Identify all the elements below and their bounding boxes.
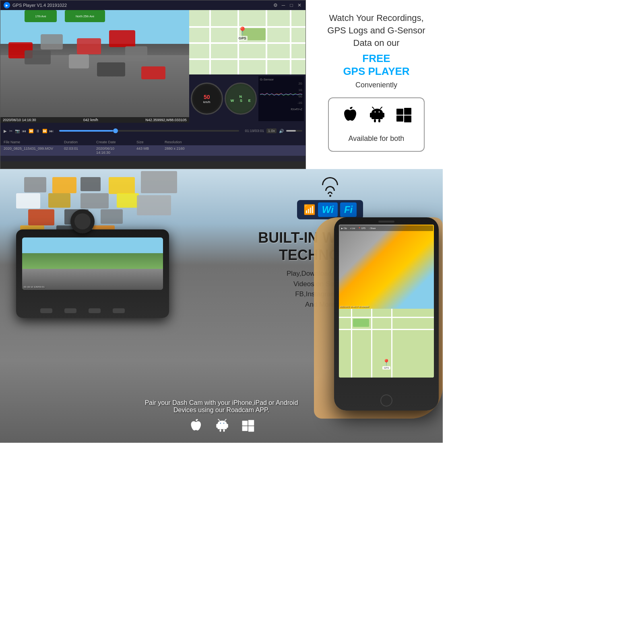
pause-button[interactable]: ⏸ [36, 129, 40, 133]
wifi-arc-large [322, 177, 338, 185]
wifi-dot [329, 195, 331, 197]
step-back-button[interactable]: ⏪ [29, 129, 33, 133]
right-info-panel: Watch Your Recordings,GPS Logs and G-Sen… [306, 0, 443, 169]
svg-rect-25 [242, 421, 248, 425]
g-axis-2g: 2G [299, 82, 302, 85]
dash-cam-device: 03-33:10 220/03:01 [8, 181, 177, 366]
phone-share-btn[interactable]: ↑ Share [369, 227, 376, 229]
compass-container: N WSE [225, 76, 257, 121]
player-titlebar: ▶ GPS Player V1.4 20191022 ⚙ ─ □ ✕ [0, 0, 305, 10]
gps-label: GPS [237, 36, 248, 41]
g-sensor-panel: G-Sensor 2G 1G 0G -1G [258, 76, 304, 121]
screenshot-button[interactable]: 📷 [15, 129, 20, 133]
phone-clip-btn[interactable]: ▶ Clip [341, 227, 347, 229]
device-timestamp: 03-33:10 220/03:01 [24, 286, 45, 288]
phone-home-button[interactable] [380, 394, 392, 407]
bottom-section: 03-33:10 220/03:01 📶 Wi Fi [0, 169, 443, 443]
svg-point-21 [220, 423, 221, 423]
svg-line-9 [372, 107, 374, 109]
phone-toolbar: ▶ Clip ≡ List 📍 GPS ↑ Share [340, 225, 433, 231]
phone-map-bottom: 📍 GPS [339, 309, 434, 378]
maximize-icon[interactable]: □ [289, 2, 294, 8]
conveniently-text: Conveniently [355, 81, 397, 89]
android-icon [368, 106, 386, 128]
settings-icon[interactable]: ⚙ [272, 2, 278, 8]
map-pin-icon: 📍 [237, 26, 248, 36]
svg-rect-13 [396, 116, 403, 122]
device-btn-ok[interactable] [89, 308, 101, 313]
phone-screen: ▶ Clip ≡ List 📍 GPS ↑ Share 2021/10/11 1… [339, 225, 434, 378]
col-header-date: Create Date [96, 140, 128, 144]
bottom-windows-icon [242, 419, 254, 434]
svg-rect-2 [372, 113, 383, 119]
gauges-row: 50 km/h N WSE [189, 74, 305, 123]
map-road [209, 10, 211, 74]
wifi-fi-label: Fi [340, 202, 357, 217]
svg-rect-6 [378, 119, 380, 122]
device-body: 03-33:10 220/03:01 [16, 229, 169, 318]
free-gps-title: FREEGPS PLAYER [343, 52, 409, 77]
file-table-row[interactable]: 2020_0825_115431_099.MOV 02:03:01 2020/0… [0, 145, 305, 156]
duration-cell: 02:03:01 [64, 147, 88, 155]
phone-mockup: ▶ Clip ≡ List 📍 GPS ↑ Share 2021/10/11 1… [306, 217, 443, 419]
svg-point-7 [375, 111, 376, 113]
file-name-cell: 2020_0825_115431_099.MOV [4, 147, 56, 155]
player-title-controls[interactable]: ⚙ ─ □ ✕ [272, 2, 302, 8]
playback-speed[interactable]: 1.0x [266, 128, 277, 133]
g-axis-1g: 1G [299, 89, 302, 91]
player-video-overlay: 2020/06/10 14:16:30 042 km/h N42.359992,… [0, 117, 189, 123]
phone-video-timestamp: 2021/10/11 15:46:17 60.80KM/H [340, 305, 369, 308]
map-road [189, 42, 305, 44]
g-sensor-xyz: RX▪RY▪Z [260, 108, 302, 111]
phone-list-btn[interactable]: ≡ List [350, 227, 355, 229]
play-button[interactable]: ▶ [4, 129, 7, 133]
progress-bar-container [56, 130, 242, 132]
step-fwd-button[interactable]: ⏩ [42, 129, 47, 133]
close-icon[interactable]: ✕ [297, 2, 302, 8]
phone-map-pin: 📍 GPS [382, 359, 390, 369]
player-logo: ▶ [4, 2, 10, 8]
bottom-apple-icon [188, 419, 203, 435]
resolution-cell: 2880 x 2160 [165, 147, 197, 155]
compass: N WSE [225, 83, 257, 115]
next-frame-button[interactable]: ⏭ [50, 129, 54, 133]
svg-line-23 [218, 419, 219, 421]
volume-slider[interactable] [286, 130, 302, 132]
prev-frame-button[interactable]: ⏮ [22, 129, 26, 133]
svg-rect-14 [404, 116, 411, 122]
wifi-wi-label: Wi [318, 202, 338, 217]
speed-number: 50 [203, 94, 210, 100]
top-section: ▶ GPS Player V1.4 20191022 ⚙ ─ □ ✕ [0, 0, 443, 169]
gps-player-panel: ▶ GPS Player V1.4 20191022 ⚙ ─ □ ✕ [0, 0, 306, 169]
video-timestamp: 2020/06/10 14:16:30 [3, 118, 36, 122]
scissors-button[interactable]: ✂ [9, 129, 12, 133]
svg-rect-17 [216, 424, 218, 428]
svg-rect-4 [382, 113, 384, 118]
device-btn-m[interactable] [64, 308, 76, 313]
player-right-panel: 📍 GPS 50 km/h [189, 10, 305, 123]
svg-rect-26 [248, 420, 254, 426]
svg-rect-3 [370, 113, 372, 118]
col-header-resolution: Resolution [165, 140, 197, 144]
player-controls: ▶ ✂ 📷 ⏮ ⏪ ⏸ ⏩ ⏭ 01:19/03:01 1.0x 🔊 [0, 123, 305, 139]
device-btn-left[interactable] [40, 308, 52, 313]
watch-text: Watch Your Recordings,GPS Logs and G-Sen… [327, 12, 425, 49]
volume-icon[interactable]: 🔊 [279, 129, 284, 133]
minimize-icon[interactable]: ─ [281, 2, 286, 8]
g-sensor-svg [260, 82, 302, 106]
g-axis-0g: 0G [299, 95, 302, 98]
platform-icons [341, 106, 412, 128]
device-btn-right[interactable] [113, 308, 125, 313]
bottom-platform-icons [0, 419, 443, 435]
phone-gps-btn[interactable]: 📍 GPS [358, 227, 365, 229]
progress-bar[interactable] [59, 130, 239, 132]
progress-thumb[interactable] [113, 128, 118, 133]
svg-rect-28 [248, 426, 254, 432]
bottom-android-icon [215, 419, 229, 435]
wifi-badge: 📶 Wi Fi [297, 200, 363, 219]
speed-display: 50 km/h [203, 94, 210, 104]
date-cell: 2020/06/10 14:16:30 [96, 147, 128, 155]
svg-rect-16 [218, 424, 227, 429]
svg-rect-11 [396, 109, 403, 115]
device-screen: 03-33:10 220/03:01 [22, 237, 163, 290]
